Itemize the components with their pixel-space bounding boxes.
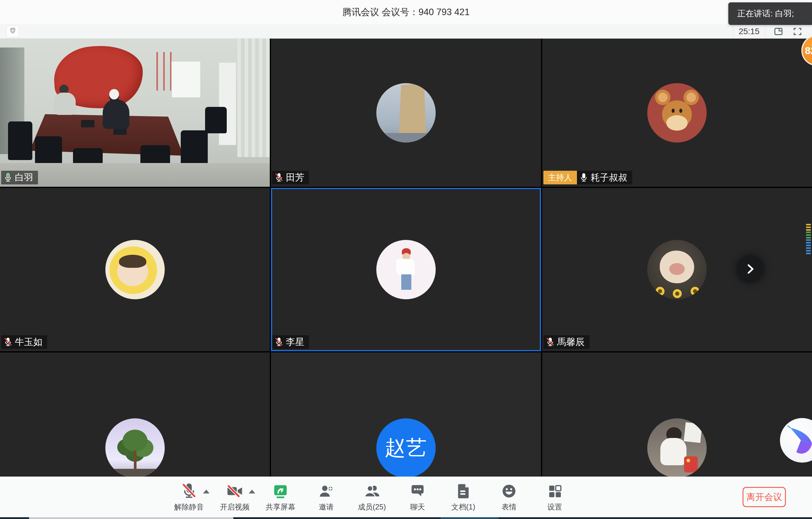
tile-lixing-selected[interactable]: 李星 [271, 188, 541, 351]
meter-yellow-segment [806, 224, 811, 231]
participant-grid: 白羽 田芳 [0, 38, 812, 517]
avatar-building-photo [376, 83, 436, 142]
mic-on-icon [579, 172, 588, 183]
invite-user-icon [318, 483, 335, 500]
toolbar-chat-button[interactable]: 聊天 [395, 480, 440, 515]
participant-name: 牛玉如 [15, 336, 42, 348]
tile-niuyuru[interactable]: 牛玉如 [0, 188, 270, 351]
meter-green-segment [806, 231, 811, 239]
meter-blue-segment [806, 239, 811, 255]
toolbar-docs-button[interactable]: 文档(1) [440, 480, 486, 515]
title-bar: 腾讯会议 会议号：940 793 421 [0, 0, 812, 24]
settings-grid-icon [547, 483, 562, 500]
speaking-now-text: 正在讲话: 白羽; [737, 8, 794, 19]
person-center [103, 100, 130, 129]
name-label: 主持人 耗子叔叔 [543, 171, 632, 184]
participant-name: 馬馨辰 [557, 336, 585, 348]
toolbar-label: 成员(25) [358, 502, 386, 512]
meeting-window: 腾讯会议 会议号：940 793 421 25:15 正在讲话: 白羽; 82 [0, 0, 812, 519]
toolbar-emoji-button[interactable]: 表情 [486, 480, 532, 515]
mic-muted-icon [274, 172, 284, 183]
participant-name: 耗子叔叔 [590, 171, 628, 184]
mic-muted-icon [546, 337, 555, 347]
badge-count-text: 82 [805, 45, 812, 56]
person-left [54, 93, 76, 115]
toolbar-members-button[interactable]: 成员(25) [349, 480, 395, 515]
toolbar-label: 设置 [547, 502, 562, 512]
participant-name: 李星 [286, 336, 304, 348]
security-shield-button[interactable] [6, 26, 19, 37]
camera-off-icon [226, 483, 243, 500]
name-label: 白羽 [1, 171, 38, 184]
speaking-now-tooltip: 正在讲话: 白羽; [728, 2, 812, 25]
mic-muted-icon [181, 483, 197, 500]
toolbar-invite-button[interactable]: 邀请 [303, 480, 349, 515]
name-label: 牛玉如 [1, 335, 47, 349]
members-icon [364, 483, 380, 500]
leave-meeting-label: 离开会议 [746, 491, 782, 503]
chat-bubble-icon [410, 483, 426, 500]
avatar-child-yellow-hood [105, 240, 165, 299]
toolbar-label: 解除静音 [174, 502, 204, 512]
caret-up-icon[interactable] [203, 490, 209, 493]
toolbar-label: 聊天 [410, 502, 425, 512]
toolbar-label: 文档(1) [452, 502, 475, 512]
avatar-jerry-mouse [647, 83, 707, 142]
mic-muted-icon [4, 337, 12, 347]
toolbar-settings-button[interactable]: 设置 [532, 480, 578, 515]
toolbar-label: 开启视频 [220, 502, 250, 512]
avatar-tree-photo [105, 418, 165, 478]
mic-active-icon [4, 172, 12, 183]
meeting-timer: 25:15 [733, 26, 765, 37]
avatar-person-painting [647, 418, 707, 478]
toolbar-start-video-button[interactable]: 开启视频 [212, 480, 258, 515]
tile-haozishushu[interactable]: 主持人 耗子叔叔 [542, 38, 812, 187]
fullscreen-icon[interactable] [792, 26, 803, 37]
avatar-plush-pig [647, 240, 707, 299]
chevron-right-icon [743, 261, 758, 277]
whiteboard [171, 61, 201, 98]
toolbar-unmute-button[interactable]: 解除静音 [166, 480, 212, 515]
next-page-button[interactable] [736, 255, 764, 283]
toolbar-top: 25:15 [0, 24, 812, 38]
layout-switch-icon[interactable] [773, 26, 784, 37]
avatar-initials-text: 赵艺 [385, 434, 427, 462]
participant-name: 田芳 [286, 171, 304, 184]
toolbar-label: 共享屏幕 [266, 502, 295, 512]
bottom-toolbar: 解除静音 开启视频 [0, 476, 812, 517]
meeting-title: 腾讯会议 会议号：940 793 421 [342, 6, 469, 19]
mic-muted-icon [274, 337, 284, 347]
host-badge: 主持人 [543, 171, 577, 184]
toolbar-label: 邀请 [319, 502, 334, 512]
leave-meeting-button[interactable]: 离开会议 [743, 487, 786, 507]
tile-maxinchen[interactable]: 馬馨辰 [542, 188, 812, 351]
name-label: 李星 [272, 335, 309, 349]
name-label: 田芳 [272, 171, 309, 184]
caret-up-icon[interactable] [249, 490, 255, 493]
avatar-blue-initials: 赵艺 [376, 418, 436, 478]
participant-name: 白羽 [15, 171, 33, 184]
toolbar-label: 表情 [501, 502, 516, 512]
share-screen-icon [272, 483, 289, 500]
audio-level-meter [805, 222, 812, 257]
hummingbird-icon [786, 424, 812, 457]
video-feed-meeting-room [0, 38, 270, 187]
shield-plus-icon [9, 27, 17, 36]
toolbar-share-screen-button[interactable]: 共享屏幕 [258, 480, 303, 515]
tile-tianfang[interactable]: 田芳 [271, 38, 541, 187]
name-label: 馬馨辰 [543, 335, 589, 349]
emoji-smile-icon [501, 483, 517, 500]
tile-baiyu[interactable]: 白羽 [0, 38, 270, 187]
avatar-person-red-cap [376, 240, 436, 299]
document-icon [456, 483, 471, 500]
